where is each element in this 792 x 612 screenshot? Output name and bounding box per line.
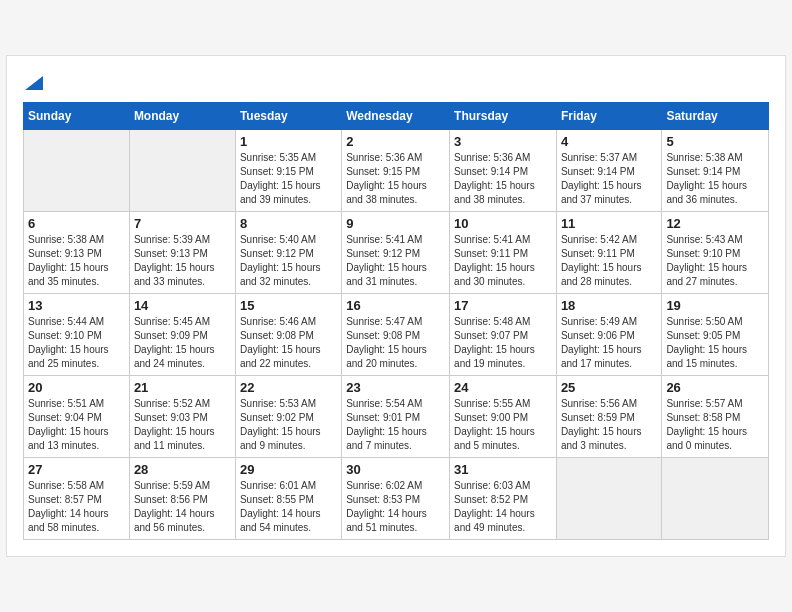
day-info: Sunrise: 5:56 AM Sunset: 8:59 PM Dayligh… (561, 397, 657, 453)
day-cell: 21Sunrise: 5:52 AM Sunset: 9:03 PM Dayli… (129, 376, 235, 458)
day-cell: 11Sunrise: 5:42 AM Sunset: 9:11 PM Dayli… (556, 212, 661, 294)
weekday-header-thursday: Thursday (450, 103, 557, 130)
day-info: Sunrise: 5:52 AM Sunset: 9:03 PM Dayligh… (134, 397, 231, 453)
calendar-table: SundayMondayTuesdayWednesdayThursdayFrid… (23, 102, 769, 540)
day-info: Sunrise: 5:44 AM Sunset: 9:10 PM Dayligh… (28, 315, 125, 371)
day-info: Sunrise: 5:39 AM Sunset: 9:13 PM Dayligh… (134, 233, 231, 289)
day-info: Sunrise: 6:02 AM Sunset: 8:53 PM Dayligh… (346, 479, 445, 535)
day-cell: 28Sunrise: 5:59 AM Sunset: 8:56 PM Dayli… (129, 458, 235, 540)
day-info: Sunrise: 5:37 AM Sunset: 9:14 PM Dayligh… (561, 151, 657, 207)
weekday-header-wednesday: Wednesday (342, 103, 450, 130)
day-cell: 14Sunrise: 5:45 AM Sunset: 9:09 PM Dayli… (129, 294, 235, 376)
day-cell: 17Sunrise: 5:48 AM Sunset: 9:07 PM Dayli… (450, 294, 557, 376)
day-cell: 7Sunrise: 5:39 AM Sunset: 9:13 PM Daylig… (129, 212, 235, 294)
logo (23, 72, 43, 94)
day-cell (662, 458, 769, 540)
day-number: 23 (346, 380, 445, 395)
logo-icon (25, 72, 43, 90)
day-info: Sunrise: 5:41 AM Sunset: 9:11 PM Dayligh… (454, 233, 552, 289)
day-cell: 30Sunrise: 6:02 AM Sunset: 8:53 PM Dayli… (342, 458, 450, 540)
day-info: Sunrise: 5:59 AM Sunset: 8:56 PM Dayligh… (134, 479, 231, 535)
day-number: 22 (240, 380, 337, 395)
day-cell: 3Sunrise: 5:36 AM Sunset: 9:14 PM Daylig… (450, 130, 557, 212)
day-cell: 6Sunrise: 5:38 AM Sunset: 9:13 PM Daylig… (24, 212, 130, 294)
day-info: Sunrise: 6:03 AM Sunset: 8:52 PM Dayligh… (454, 479, 552, 535)
day-number: 12 (666, 216, 764, 231)
day-cell: 19Sunrise: 5:50 AM Sunset: 9:05 PM Dayli… (662, 294, 769, 376)
day-cell: 18Sunrise: 5:49 AM Sunset: 9:06 PM Dayli… (556, 294, 661, 376)
day-number: 14 (134, 298, 231, 313)
day-number: 5 (666, 134, 764, 149)
day-info: Sunrise: 5:46 AM Sunset: 9:08 PM Dayligh… (240, 315, 337, 371)
day-cell (24, 130, 130, 212)
day-number: 2 (346, 134, 445, 149)
day-info: Sunrise: 5:49 AM Sunset: 9:06 PM Dayligh… (561, 315, 657, 371)
day-cell: 15Sunrise: 5:46 AM Sunset: 9:08 PM Dayli… (235, 294, 341, 376)
weekday-header-sunday: Sunday (24, 103, 130, 130)
day-cell: 20Sunrise: 5:51 AM Sunset: 9:04 PM Dayli… (24, 376, 130, 458)
day-number: 8 (240, 216, 337, 231)
day-info: Sunrise: 5:38 AM Sunset: 9:13 PM Dayligh… (28, 233, 125, 289)
day-cell: 4Sunrise: 5:37 AM Sunset: 9:14 PM Daylig… (556, 130, 661, 212)
day-info: Sunrise: 5:36 AM Sunset: 9:15 PM Dayligh… (346, 151, 445, 207)
day-info: Sunrise: 5:45 AM Sunset: 9:09 PM Dayligh… (134, 315, 231, 371)
day-cell (129, 130, 235, 212)
day-info: Sunrise: 5:38 AM Sunset: 9:14 PM Dayligh… (666, 151, 764, 207)
day-cell: 16Sunrise: 5:47 AM Sunset: 9:08 PM Dayli… (342, 294, 450, 376)
day-info: Sunrise: 5:50 AM Sunset: 9:05 PM Dayligh… (666, 315, 764, 371)
day-number: 18 (561, 298, 657, 313)
day-number: 17 (454, 298, 552, 313)
day-number: 9 (346, 216, 445, 231)
day-number: 27 (28, 462, 125, 477)
day-number: 13 (28, 298, 125, 313)
weekday-header-monday: Monday (129, 103, 235, 130)
day-number: 1 (240, 134, 337, 149)
week-row-0: 1Sunrise: 5:35 AM Sunset: 9:15 PM Daylig… (24, 130, 769, 212)
day-number: 21 (134, 380, 231, 395)
svg-marker-0 (25, 76, 43, 90)
weekday-header-saturday: Saturday (662, 103, 769, 130)
day-cell: 29Sunrise: 6:01 AM Sunset: 8:55 PM Dayli… (235, 458, 341, 540)
day-info: Sunrise: 5:47 AM Sunset: 9:08 PM Dayligh… (346, 315, 445, 371)
day-info: Sunrise: 5:57 AM Sunset: 8:58 PM Dayligh… (666, 397, 764, 453)
calendar-body: 1Sunrise: 5:35 AM Sunset: 9:15 PM Daylig… (24, 130, 769, 540)
day-number: 11 (561, 216, 657, 231)
day-number: 30 (346, 462, 445, 477)
day-number: 10 (454, 216, 552, 231)
week-row-1: 6Sunrise: 5:38 AM Sunset: 9:13 PM Daylig… (24, 212, 769, 294)
week-row-3: 20Sunrise: 5:51 AM Sunset: 9:04 PM Dayli… (24, 376, 769, 458)
week-row-2: 13Sunrise: 5:44 AM Sunset: 9:10 PM Dayli… (24, 294, 769, 376)
day-cell: 25Sunrise: 5:56 AM Sunset: 8:59 PM Dayli… (556, 376, 661, 458)
day-info: Sunrise: 5:48 AM Sunset: 9:07 PM Dayligh… (454, 315, 552, 371)
day-cell: 26Sunrise: 5:57 AM Sunset: 8:58 PM Dayli… (662, 376, 769, 458)
day-info: Sunrise: 5:54 AM Sunset: 9:01 PM Dayligh… (346, 397, 445, 453)
day-info: Sunrise: 5:35 AM Sunset: 9:15 PM Dayligh… (240, 151, 337, 207)
day-number: 4 (561, 134, 657, 149)
day-number: 31 (454, 462, 552, 477)
day-info: Sunrise: 5:43 AM Sunset: 9:10 PM Dayligh… (666, 233, 764, 289)
day-number: 29 (240, 462, 337, 477)
day-number: 26 (666, 380, 764, 395)
calendar-container: SundayMondayTuesdayWednesdayThursdayFrid… (6, 55, 786, 557)
day-number: 15 (240, 298, 337, 313)
day-number: 20 (28, 380, 125, 395)
day-cell: 31Sunrise: 6:03 AM Sunset: 8:52 PM Dayli… (450, 458, 557, 540)
day-info: Sunrise: 5:55 AM Sunset: 9:00 PM Dayligh… (454, 397, 552, 453)
day-number: 7 (134, 216, 231, 231)
day-info: Sunrise: 5:53 AM Sunset: 9:02 PM Dayligh… (240, 397, 337, 453)
day-number: 28 (134, 462, 231, 477)
day-cell: 5Sunrise: 5:38 AM Sunset: 9:14 PM Daylig… (662, 130, 769, 212)
day-cell (556, 458, 661, 540)
day-number: 16 (346, 298, 445, 313)
day-number: 24 (454, 380, 552, 395)
day-number: 3 (454, 134, 552, 149)
weekday-header-friday: Friday (556, 103, 661, 130)
day-cell: 12Sunrise: 5:43 AM Sunset: 9:10 PM Dayli… (662, 212, 769, 294)
day-cell: 24Sunrise: 5:55 AM Sunset: 9:00 PM Dayli… (450, 376, 557, 458)
day-number: 6 (28, 216, 125, 231)
day-info: Sunrise: 5:51 AM Sunset: 9:04 PM Dayligh… (28, 397, 125, 453)
day-cell: 27Sunrise: 5:58 AM Sunset: 8:57 PM Dayli… (24, 458, 130, 540)
weekday-header-row: SundayMondayTuesdayWednesdayThursdayFrid… (24, 103, 769, 130)
day-info: Sunrise: 5:40 AM Sunset: 9:12 PM Dayligh… (240, 233, 337, 289)
day-info: Sunrise: 5:58 AM Sunset: 8:57 PM Dayligh… (28, 479, 125, 535)
